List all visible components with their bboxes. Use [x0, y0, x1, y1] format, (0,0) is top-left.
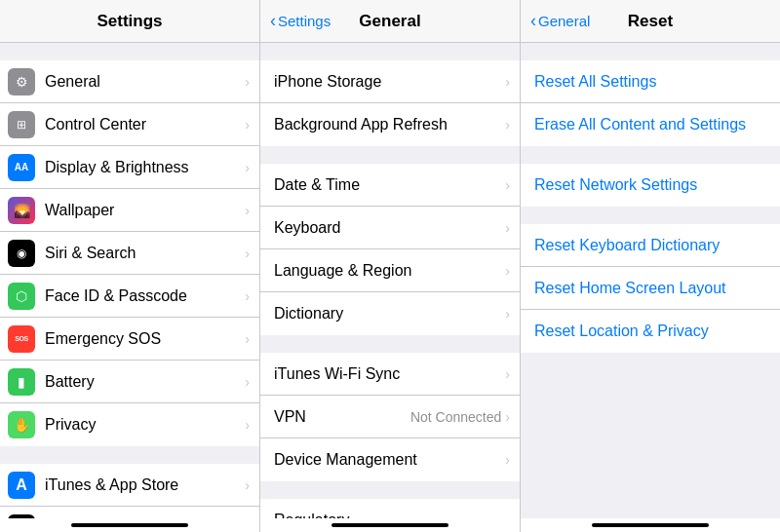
list-item[interactable]: Regulatory › [260, 499, 520, 518]
battery-icon: ▮ [0, 361, 43, 403]
chevron-icon: › [245, 74, 250, 90]
wallet-applepay-icon: ▣ [0, 507, 43, 518]
list-item[interactable]: ⚙ General › [0, 60, 259, 103]
device-management-label: Device Management [260, 451, 505, 469]
reset-location-privacy-label: Reset Location & Privacy [521, 323, 770, 340]
reset-home-screen-label: Reset Home Screen Layout [521, 280, 770, 297]
list-item[interactable]: 🌄 Wallpaper › [0, 189, 259, 232]
list-item[interactable]: ⊞ Control Center › [0, 103, 259, 146]
chevron-icon: › [505, 513, 510, 519]
list-item[interactable]: iPhone Storage › [260, 60, 520, 103]
date-time-label: Date & Time [260, 176, 505, 194]
spacer [260, 335, 520, 353]
reset-group-1: Reset All Settings Erase All Content and… [521, 60, 780, 146]
spacer [521, 207, 780, 224]
control-center-icon: ⊞ [0, 103, 43, 146]
chevron-icon: › [245, 117, 250, 133]
list-item[interactable]: ▣ Wallet & Apple Pay › [0, 507, 259, 518]
back-label: Settings [278, 13, 331, 29]
itunes-wifi-sync-label: iTunes Wi-Fi Sync [260, 365, 505, 383]
siri-search-icon: ◉ [0, 232, 43, 275]
settings-group-1: ⚙ General › ⊞ Control Center › AA D [0, 60, 259, 446]
home-bar [332, 523, 448, 527]
list-item[interactable]: SOS Emergency SOS › [0, 318, 259, 361]
list-item[interactable]: ▮ Battery › [0, 361, 259, 403]
privacy-label: Privacy [43, 416, 245, 434]
general-content[interactable]: iPhone Storage › Background App Refresh … [260, 43, 520, 518]
list-item[interactable]: ◉ Siri & Search › [0, 232, 259, 275]
list-item[interactable]: Date & Time › [260, 164, 520, 207]
background-app-refresh-label: Background App Refresh [260, 116, 505, 133]
list-item[interactable]: Keyboard › [260, 207, 520, 249]
general-label: General [43, 73, 245, 91]
list-item[interactable]: Reset Keyboard Dictionary [521, 224, 780, 267]
erase-all-content-label: Erase All Content and Settings [521, 116, 770, 133]
general-group-1: iPhone Storage › Background App Refresh … [260, 60, 520, 146]
general-group-3: iTunes Wi-Fi Sync › VPN Not Connected › … [260, 353, 520, 481]
wallpaper-label: Wallpaper [43, 202, 245, 219]
dictionary-label: Dictionary [260, 305, 505, 323]
emergency-sos-icon: SOS [0, 318, 43, 361]
panel-bottom [0, 518, 259, 532]
settings-content[interactable]: ⚙ General › ⊞ Control Center › AA D [0, 43, 259, 518]
list-item[interactable]: Dictionary › [260, 292, 520, 335]
home-bar [592, 523, 709, 527]
vpn-label: VPN [260, 408, 410, 426]
list-item[interactable]: iTunes Wi-Fi Sync › [260, 353, 520, 396]
back-to-settings[interactable]: ‹ Settings [270, 11, 331, 31]
panel-settings: Settings ⚙ General › ⊞ Control Center [0, 0, 260, 532]
list-item[interactable]: ✋ Privacy › [0, 403, 259, 446]
chevron-icon: › [245, 374, 250, 390]
itunes-appstore-label: iTunes & App Store [43, 476, 245, 494]
general-group-2: Date & Time › Keyboard › Language & Regi… [260, 164, 520, 335]
itunes-appstore-icon: A [0, 464, 43, 507]
face-id-icon: ⬡ [0, 275, 43, 318]
list-item[interactable]: Reset All Settings [521, 60, 780, 103]
list-item[interactable]: Reset Location & Privacy [521, 310, 780, 353]
list-item[interactable]: Reset Home Screen Layout [521, 267, 780, 310]
panel-general: ‹ Settings General iPhone Storage › Back… [260, 0, 521, 532]
spacer [521, 146, 780, 164]
list-item[interactable]: Erase All Content and Settings [521, 103, 780, 146]
chevron-icon: › [505, 366, 510, 382]
back-chevron-icon: ‹ [270, 11, 276, 31]
chevron-icon: › [505, 220, 510, 236]
reset-content[interactable]: Reset All Settings Erase All Content and… [521, 43, 780, 518]
general-title: General [359, 12, 420, 31]
reset-all-settings-label: Reset All Settings [521, 73, 770, 91]
list-item[interactable]: ⬡ Face ID & Passcode › [0, 275, 259, 318]
panel-bottom [521, 518, 780, 532]
display-brightness-icon: AA [0, 146, 43, 189]
settings-group-2: A iTunes & App Store › ▣ Wallet & Apple … [0, 464, 259, 518]
chevron-icon: › [245, 417, 250, 433]
list-item[interactable]: AA Display & Brightness › [0, 146, 259, 189]
app-container: Settings ⚙ General › ⊞ Control Center [0, 0, 780, 532]
reset-group-2: Reset Network Settings [521, 164, 780, 207]
general-icon: ⚙ [0, 60, 43, 103]
face-id-label: Face ID & Passcode [43, 287, 245, 305]
list-item[interactable]: A iTunes & App Store › [0, 464, 259, 507]
list-item[interactable]: Reset Network Settings [521, 164, 780, 207]
back-to-general[interactable]: ‹ General [530, 11, 590, 31]
list-item[interactable]: Device Management › [260, 438, 520, 481]
settings-title: Settings [97, 12, 162, 31]
battery-label: Battery [43, 373, 245, 391]
wallpaper-icon: 🌄 [0, 189, 43, 232]
chevron-icon: › [505, 306, 510, 322]
chevron-icon: › [245, 288, 250, 304]
reset-network-settings-label: Reset Network Settings [521, 176, 770, 194]
chevron-icon: › [245, 477, 250, 493]
chevron-icon: › [245, 331, 250, 347]
chevron-icon: › [505, 117, 510, 133]
back-label: General [538, 13, 590, 29]
list-item[interactable]: Background App Refresh › [260, 103, 520, 146]
settings-header: Settings [0, 0, 259, 43]
list-item[interactable]: VPN Not Connected › [260, 396, 520, 438]
display-brightness-label: Display & Brightness [43, 159, 245, 176]
chevron-icon: › [245, 246, 250, 261]
general-header: ‹ Settings General [260, 0, 520, 43]
list-item[interactable]: Language & Region › [260, 249, 520, 292]
general-group-4: Regulatory › Reset › [260, 499, 520, 518]
chevron-icon: › [505, 177, 510, 193]
regulatory-label: Regulatory [260, 512, 505, 519]
